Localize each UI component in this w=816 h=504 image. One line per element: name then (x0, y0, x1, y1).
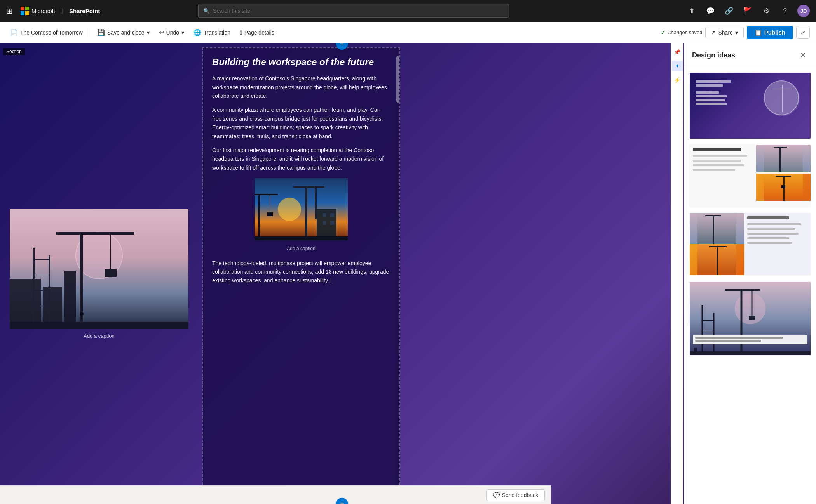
translation-button[interactable]: 🌐 Translation (190, 26, 234, 38)
text-editor-panel[interactable]: ✥ ⧉ 🗑 No spacing ▾ ▾ A ▾ (202, 47, 400, 500)
dc3-title-line (747, 216, 790, 219)
page-details-icon: ℹ (240, 29, 242, 36)
scrollbar-track[interactable] (396, 48, 399, 499)
page-title-label: The Contoso of Tomorrow (20, 30, 83, 36)
dc3-line-1 (747, 223, 802, 225)
page-details-button[interactable]: ℹ Page details (236, 26, 278, 38)
search-icon: 🔍 (203, 8, 210, 14)
dc2-img-2 (756, 174, 811, 201)
svg-rect-4 (64, 271, 76, 329)
nav-upload-icon[interactable]: ⬆ (685, 5, 698, 17)
scrollbar-thumb[interactable] (396, 56, 399, 103)
design-card-3-image (690, 213, 811, 275)
nav-settings-icon[interactable]: ⚙ (760, 5, 772, 17)
svg-rect-21 (293, 186, 324, 188)
close-design-ideas-button[interactable]: ✕ (797, 50, 808, 61)
search-bar[interactable]: 🔍 (198, 4, 509, 18)
waffle-icon[interactable]: ⊞ (6, 6, 13, 16)
toolbar-divider-1 (90, 28, 90, 37)
svg-rect-36 (764, 145, 803, 172)
sharepoint-label: SharePoint (69, 8, 100, 14)
translation-label: Translation (204, 30, 230, 36)
design-card-1-image (690, 73, 811, 139)
send-feedback-label: Send feedback (502, 492, 538, 498)
design-card-1[interactable] (689, 72, 811, 139)
nav-chat-icon[interactable]: 💬 (704, 5, 717, 17)
svg-rect-25 (330, 213, 334, 217)
rail-filter-button[interactable]: ⚡ (672, 75, 683, 85)
dc3-img-2 (690, 244, 744, 275)
svg-rect-26 (323, 221, 326, 225)
svg-rect-29 (255, 194, 278, 195)
user-avatar[interactable]: JD (797, 5, 810, 17)
nav-separator: | (61, 7, 63, 14)
design-card-3[interactable] (689, 212, 811, 276)
svg-rect-43 (697, 213, 736, 244)
bottom-feedback-area: 💬 Send feedback (0, 485, 551, 504)
design-card-2-image (690, 145, 811, 207)
search-input[interactable] (213, 8, 504, 14)
nav-flag-icon[interactable]: 🚩 (741, 5, 754, 17)
share-label: Share (718, 30, 732, 36)
nav-network-icon[interactable]: 🔗 (723, 5, 735, 17)
design-ideas-title: Design ideas (692, 51, 735, 59)
dc2-layout (690, 145, 811, 207)
dc3-svg-1 (690, 213, 744, 244)
undo-button[interactable]: ↩ Undo ▾ (155, 26, 188, 38)
article-title: Building the workspace of the future (212, 56, 390, 68)
page-icon-button[interactable]: 📄 The Contoso of Tomorrow (6, 26, 87, 38)
dc2-crane-svg-1 (756, 145, 811, 172)
dc1-line-5 (696, 99, 725, 101)
dc4-cap-line-1 (695, 337, 783, 339)
dc4-main-image (690, 282, 811, 348)
undo-icon: ↩ (159, 29, 164, 36)
design-card-2[interactable] (689, 144, 811, 208)
svg-rect-24 (323, 213, 326, 217)
svg-rect-60 (690, 351, 811, 355)
save-close-button[interactable]: 💾 Save and close ▾ (93, 26, 153, 38)
right-rail: 📌 ✦ ⚡ (671, 43, 683, 504)
check-icon: ✓ (661, 29, 666, 36)
save-icon: 💾 (97, 29, 105, 36)
article-text-content[interactable]: Building the workspace of the future A m… (203, 48, 399, 499)
svg-rect-38 (774, 147, 787, 148)
design-card-4[interactable] (689, 281, 811, 356)
inline-crane-svg (255, 178, 348, 240)
dc3-svg-2 (690, 244, 744, 275)
dc3-line-4 (747, 237, 790, 239)
dc2-text-col (690, 145, 756, 207)
nav-help-icon[interactable]: ? (779, 5, 791, 17)
article-paragraph-3: Our first major redevelopment is nearing… (212, 146, 390, 172)
expand-button[interactable]: ⤢ (796, 26, 810, 39)
ms-logo-grid (21, 7, 29, 15)
share-button[interactable]: ↗ Share ▾ (705, 27, 743, 38)
dc2-title-line (693, 148, 741, 151)
left-image-caption: Add a caption (84, 333, 115, 339)
dc1-circle (764, 80, 799, 115)
article-paragraph-2: A community plaza where employees can ga… (212, 106, 390, 141)
translation-icon: 🌐 (194, 29, 201, 36)
svg-rect-9 (33, 248, 35, 329)
svg-rect-32 (255, 236, 348, 240)
toolbar-right-group: ✓ Changes saved ↗ Share ▾ 📋 Publish ⤢ (661, 26, 810, 39)
section-area: + Section (0, 43, 684, 504)
publish-button[interactable]: 📋 Publish (747, 26, 793, 39)
rail-design-button[interactable]: ✦ (672, 61, 683, 71)
svg-rect-45 (705, 215, 721, 216)
inline-construction-image (255, 178, 348, 240)
design-ideas-header: Design ideas ✕ (684, 43, 816, 67)
ms-logo-blue (21, 11, 24, 15)
rail-pin-button[interactable]: 📌 (672, 47, 683, 57)
section-label: Section (3, 48, 25, 55)
send-feedback-button[interactable]: 💬 Send feedback (486, 489, 545, 501)
dc2-line-2 (693, 160, 741, 162)
changes-saved-status: ✓ Changes saved (661, 29, 702, 36)
dc3-img-1 (690, 213, 744, 244)
dc1-text-lines (696, 80, 731, 105)
nav-icon-group: ⬆ 💬 🔗 🚩 ⚙ ? JD (685, 5, 810, 17)
svg-rect-42 (781, 185, 785, 188)
design-ideas-list (684, 67, 816, 504)
dc3-line-5 (747, 242, 792, 244)
page-doc-icon: 📄 (10, 29, 18, 36)
dc2-line-3 (693, 164, 744, 166)
